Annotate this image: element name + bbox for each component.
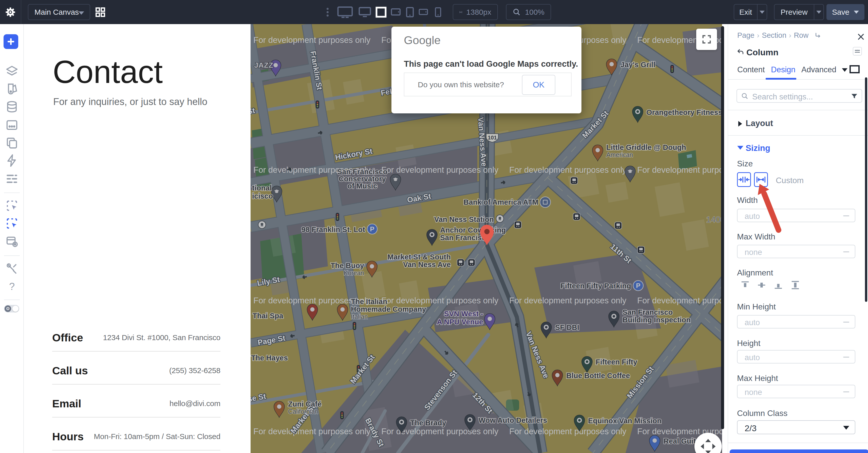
contact-row[interactable]: HoursMon-Fri: 10am-5pm / Sat-Sun: Closed xyxy=(52,418,220,450)
canvas-scrollbar[interactable] xyxy=(721,26,724,429)
back-arrow-icon[interactable] xyxy=(737,49,744,55)
ok-button[interactable]: OK xyxy=(522,75,555,95)
save-button[interactable]: Save xyxy=(827,4,864,20)
wireframe-icon[interactable] xyxy=(5,172,19,186)
settings-toggle[interactable]: ⚙ xyxy=(4,305,19,312)
zoom-icon xyxy=(513,8,521,17)
width-label: Width xyxy=(737,196,758,205)
copy-icon[interactable] xyxy=(5,136,19,150)
sizing-section-header[interactable]: Sizing xyxy=(746,143,770,153)
tab-design[interactable]: Design xyxy=(771,65,796,74)
layout-section-header[interactable]: Layout xyxy=(746,118,773,128)
height-input[interactable]: auto xyxy=(737,350,855,364)
gear-icon[interactable] xyxy=(5,6,16,18)
select-module-icon[interactable] xyxy=(5,199,19,213)
tablet-portrait-icon[interactable] xyxy=(406,7,414,18)
range-dash-icon[interactable] xyxy=(843,357,849,358)
chevron-down-icon xyxy=(854,11,859,14)
active-tab-underline xyxy=(766,78,796,80)
exit-dropdown[interactable] xyxy=(757,11,767,14)
fullscreen-button[interactable] xyxy=(696,29,717,50)
map-destination-pin[interactable] xyxy=(472,220,502,248)
help-icon[interactable]: ? xyxy=(5,280,19,293)
select-caret-icon xyxy=(843,426,849,430)
tab-advanced[interactable]: Advanced xyxy=(801,65,836,74)
contact-row-label: Call us xyxy=(52,365,88,377)
max-width-input[interactable]: none xyxy=(737,245,855,258)
module-preview-icon[interactable] xyxy=(5,235,19,248)
size-expand-button[interactable] xyxy=(754,172,768,187)
range-dash-icon[interactable] xyxy=(843,391,849,392)
contact-row-value: (255) 352-6258 xyxy=(169,366,220,375)
min-height-input[interactable]: auto xyxy=(737,315,855,329)
size-shrink-button[interactable] xyxy=(737,172,751,187)
sizing-section-caret[interactable] xyxy=(737,146,743,150)
desktop-icon[interactable] xyxy=(337,6,353,18)
modal-resize-icon[interactable] xyxy=(849,65,860,73)
range-dash-icon[interactable] xyxy=(843,251,849,252)
design-icon[interactable] xyxy=(5,82,19,96)
column-class-select[interactable]: 2/3 xyxy=(737,420,855,434)
google-logo: Google xyxy=(404,34,441,47)
max-height-input[interactable]: none xyxy=(737,385,855,398)
canvas-selector-label: Main Canvas xyxy=(34,8,79,16)
height-label: Height xyxy=(737,339,761,348)
tablet-landscape-icon[interactable] xyxy=(391,8,401,16)
sidebar-divider xyxy=(4,255,20,256)
breadcrumb-page[interactable]: Page xyxy=(737,31,754,39)
tools-icon[interactable] xyxy=(5,262,19,276)
layout-section-caret[interactable] xyxy=(738,121,742,126)
panel-scrollbar[interactable] xyxy=(865,77,867,302)
lightning-icon[interactable] xyxy=(5,154,19,167)
layers-icon[interactable] xyxy=(5,65,19,78)
align-top-button[interactable] xyxy=(740,280,750,290)
align-center-button[interactable] xyxy=(756,280,767,290)
next-section-header[interactable] xyxy=(730,449,868,453)
contact-row[interactable]: Call us(255) 352-6258 xyxy=(52,351,220,385)
contact-row[interactable]: Office1234 Divi St. #1000, San Francisco xyxy=(52,318,220,351)
canvas-selector-dropdown[interactable]: Main Canvas xyxy=(28,4,90,20)
phone-landscape-icon[interactable] xyxy=(418,9,428,15)
width-icon xyxy=(459,7,462,18)
chevron-down-icon xyxy=(760,11,765,14)
contact-section[interactable]: Contact For any inquiries, or just to sa… xyxy=(24,24,251,453)
dialog-message: This page can't load Google Maps correct… xyxy=(404,59,578,69)
align-bottom-button[interactable] xyxy=(773,280,783,290)
tab-content[interactable]: Content xyxy=(737,65,765,74)
close-icon[interactable] xyxy=(857,33,865,41)
map-module[interactable]: 101 1400 For development purposes onlyFo… xyxy=(251,24,722,453)
page-subtitle[interactable]: For any inquiries, or just to say hello xyxy=(53,96,207,107)
range-dash-icon[interactable] xyxy=(843,321,849,322)
search-settings-box[interactable]: Search settings... xyxy=(737,89,862,103)
database-icon[interactable] xyxy=(5,100,19,114)
dots-menu-icon[interactable] xyxy=(326,7,329,17)
range-dash-icon[interactable] xyxy=(843,215,849,216)
align-stretch-button[interactable] xyxy=(790,280,800,290)
square-viewport-icon[interactable] xyxy=(375,7,386,18)
page-canvas: Contact For any inquiries, or just to sa… xyxy=(24,24,721,453)
canvas-zoom-control[interactable]: 100% xyxy=(506,4,551,20)
breadcrumb-row[interactable]: Row xyxy=(794,31,808,39)
preview-dropdown[interactable] xyxy=(814,11,824,14)
canvas-width-control[interactable]: 1380px xyxy=(453,4,498,20)
module-icon[interactable] xyxy=(5,118,19,132)
grid-layout-icon[interactable] xyxy=(95,7,106,18)
expand-settings-icon[interactable] xyxy=(853,47,862,56)
breadcrumb: Page›Section›Row xyxy=(737,31,822,39)
contact-row[interactable]: Emailhello@divi.com xyxy=(52,385,220,418)
breadcrumb-section[interactable]: Section xyxy=(762,31,786,39)
exit-label: Exit xyxy=(734,8,757,17)
select-module-active-icon[interactable] xyxy=(5,217,19,230)
chevron-down-icon xyxy=(79,11,84,15)
page-title[interactable]: Contact xyxy=(53,54,163,90)
exit-button[interactable]: Exit xyxy=(734,4,767,20)
phone-portrait-icon[interactable] xyxy=(435,7,441,17)
laptop-icon[interactable] xyxy=(358,7,372,18)
save-label: Save xyxy=(832,8,849,17)
tabs-dropdown-caret[interactable] xyxy=(842,68,847,72)
add-module-button[interactable] xyxy=(4,34,18,49)
settings-panel: Page›Section›Row Column Content Design A… xyxy=(727,24,868,453)
filter-icon[interactable] xyxy=(850,92,858,100)
preview-button[interactable]: Preview xyxy=(774,4,824,20)
width-input[interactable]: auto xyxy=(737,209,855,222)
